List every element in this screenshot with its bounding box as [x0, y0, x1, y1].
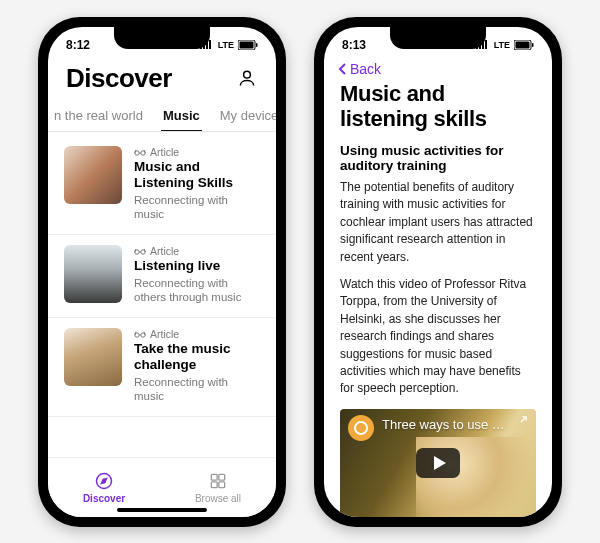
article-type: Article: [134, 146, 260, 158]
article-title: Listening live: [134, 258, 260, 274]
svg-rect-25: [532, 43, 534, 47]
svg-rect-17: [211, 481, 217, 487]
category-tabs: n the real world Music My device M: [48, 96, 276, 132]
article-text: Article Listening live Reconnecting with…: [134, 245, 260, 305]
profile-icon[interactable]: [236, 67, 258, 89]
article-subtitle: Reconnecting with others through music: [134, 276, 260, 305]
home-indicator[interactable]: [117, 508, 207, 512]
detail-title: Music and listening skills: [324, 79, 552, 142]
article-list: Article Music and Listening Skills Recon…: [48, 132, 276, 457]
nav-label: Discover: [83, 493, 125, 504]
detail-body: The potential benefits of auditory train…: [324, 179, 552, 404]
share-icon[interactable]: [512, 413, 530, 431]
detail-paragraph: The potential benefits of auditory train…: [340, 179, 536, 266]
article-type-label: Article: [150, 245, 179, 257]
glasses-icon: [134, 247, 146, 255]
article-title: Music and Listening Skills: [134, 159, 260, 191]
detail-subtitle: Using music activities for auditory trai…: [324, 141, 552, 179]
svg-rect-5: [240, 41, 254, 48]
back-row: Back: [324, 59, 552, 79]
svg-rect-22: [485, 40, 487, 49]
battery-icon: [238, 40, 258, 50]
network-label: LTE: [218, 40, 234, 50]
svg-rect-6: [256, 43, 258, 47]
compass-icon: [94, 471, 114, 491]
glasses-icon: [134, 330, 146, 338]
svg-rect-15: [211, 474, 217, 480]
status-right: LTE: [200, 40, 258, 50]
battery-icon: [514, 40, 534, 50]
grid-icon: [208, 471, 228, 491]
svg-point-7: [244, 71, 251, 78]
glasses-icon: [134, 148, 146, 156]
detail-paragraph: Watch this video of Professor Ritva Torp…: [340, 276, 536, 398]
notch: [114, 27, 210, 49]
article-thumbnail: [64, 328, 122, 386]
back-label: Back: [350, 61, 381, 77]
article-subtitle: Reconnecting with music: [134, 375, 260, 404]
nav-discover[interactable]: Discover: [83, 471, 125, 504]
article-type: Article: [134, 328, 260, 340]
status-right: LTE: [476, 40, 534, 50]
status-time: 8:13: [342, 38, 366, 52]
tab-music[interactable]: Music: [153, 102, 210, 131]
article-title: Take the music challenge: [134, 341, 260, 373]
article-thumbnail: [64, 146, 122, 204]
chevron-left-icon: [338, 62, 348, 76]
back-button[interactable]: Back: [338, 61, 538, 77]
header-row: Discover: [48, 59, 276, 96]
network-label: LTE: [494, 40, 510, 50]
page-title: Discover: [66, 63, 172, 94]
svg-rect-18: [219, 481, 225, 487]
video-title: Three ways to use mu...: [382, 417, 512, 432]
svg-rect-24: [516, 41, 530, 48]
article-thumbnail: [64, 245, 122, 303]
play-icon[interactable]: [416, 448, 460, 478]
screen-left: 8:12 LTE Discover n the real world Music…: [48, 27, 276, 517]
article-item[interactable]: Article Listening live Reconnecting with…: [48, 235, 276, 318]
video-embed[interactable]: Three ways to use mu...: [340, 409, 536, 517]
phone-right: 8:13 LTE Back Music and listening skills…: [314, 17, 562, 527]
article-text: Article Take the music challenge Reconne…: [134, 328, 260, 404]
status-time: 8:12: [66, 38, 90, 52]
nav-label: Browse all: [195, 493, 241, 504]
svg-rect-16: [219, 474, 225, 480]
tab-my-device[interactable]: My device: [210, 102, 276, 131]
nav-browse[interactable]: Browse all: [195, 471, 241, 504]
article-text: Article Music and Listening Skills Recon…: [134, 146, 260, 222]
article-item[interactable]: Article Music and Listening Skills Recon…: [48, 136, 276, 235]
svg-rect-3: [209, 40, 211, 49]
article-type: Article: [134, 245, 260, 257]
brand-badge-icon: [348, 415, 374, 441]
phone-left: 8:12 LTE Discover n the real world Music…: [38, 17, 286, 527]
article-type-label: Article: [150, 328, 179, 340]
article-subtitle: Reconnecting with music: [134, 193, 260, 222]
tab-real-world[interactable]: n the real world: [48, 102, 153, 131]
notch: [390, 27, 486, 49]
screen-right: 8:13 LTE Back Music and listening skills…: [324, 27, 552, 517]
article-type-label: Article: [150, 146, 179, 158]
article-item[interactable]: Article Take the music challenge Reconne…: [48, 318, 276, 417]
